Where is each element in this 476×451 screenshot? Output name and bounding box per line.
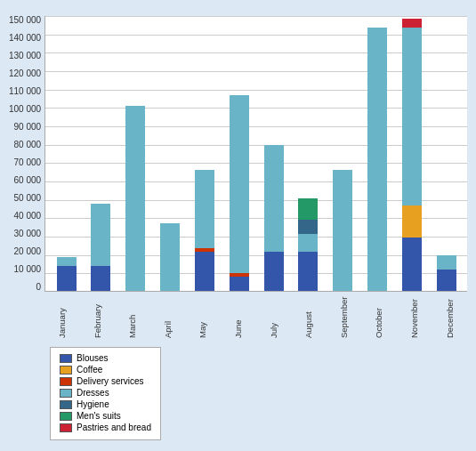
y-axis-label: 40 000 <box>14 212 42 221</box>
bar-group <box>291 16 326 291</box>
y-axis-label: 70 000 <box>14 158 42 167</box>
legend-item: Coffee <box>60 365 151 374</box>
bar-stack <box>437 255 456 291</box>
x-axis-label: January <box>44 294 80 338</box>
bar-group <box>49 16 84 291</box>
x-axis-label: June <box>221 294 256 338</box>
bar-stack <box>160 223 180 291</box>
y-axis-label: 140 000 <box>9 34 41 43</box>
y-axis-label: 80 000 <box>14 141 42 149</box>
y-axis-label: 150 000 <box>9 16 41 25</box>
bar-group <box>84 16 118 291</box>
bar-stack <box>57 257 77 291</box>
bar-segment <box>298 234 318 252</box>
x-axis-label: August <box>291 294 327 338</box>
bar-segment <box>264 145 284 252</box>
y-axis-label: 130 000 <box>9 52 41 60</box>
y-axis-label: 100 000 <box>9 105 41 114</box>
bar-segment <box>230 277 249 291</box>
bar-group <box>429 16 464 291</box>
bar-stack <box>402 19 422 291</box>
bar-segment <box>367 28 387 291</box>
legend-label: Dresses <box>77 388 109 398</box>
bar-segment <box>160 223 180 291</box>
x-axis-label: March <box>115 294 150 338</box>
bar-segment <box>57 257 77 266</box>
y-axis-label: 110 000 <box>9 87 41 96</box>
legend-color-box <box>60 377 72 386</box>
bar-segment <box>402 28 422 205</box>
bar-group <box>394 16 429 291</box>
bar-segment <box>195 170 214 248</box>
legend-label: Coffee <box>77 365 102 374</box>
legend-color-box <box>60 389 72 398</box>
bar-segment <box>298 220 318 234</box>
bars-row <box>45 16 467 291</box>
y-axis-label: 10 000 <box>14 265 42 274</box>
y-axis-label: 120 000 <box>9 69 41 78</box>
bar-group <box>187 16 222 291</box>
legend-color-box <box>60 366 72 374</box>
legend-label: Delivery services <box>77 376 144 386</box>
bar-segment <box>264 252 284 291</box>
bar-group <box>222 16 256 291</box>
bar-stack <box>264 145 284 291</box>
bar-stack <box>230 95 249 291</box>
bar-stack <box>195 170 214 291</box>
x-axis-label: October <box>361 294 397 338</box>
bar-segment <box>437 270 456 291</box>
legend-item: Men's suits <box>60 411 151 421</box>
bar-segment <box>195 252 214 291</box>
x-axis-label: December <box>432 294 468 338</box>
bar-segment <box>125 106 145 291</box>
bar-segment <box>402 238 422 291</box>
bar-segment <box>402 205 422 238</box>
legend-item: Dresses <box>60 388 151 398</box>
legend-label: Hygiene <box>77 399 109 409</box>
x-axis-label: September <box>327 294 362 338</box>
chart-area: 150 000140 000130 000120 000110 000100 0… <box>9 16 467 338</box>
y-axis-label: 60 000 <box>14 176 42 185</box>
bar-stack <box>333 170 352 291</box>
y-axis-label: 0 <box>36 283 42 292</box>
bar-segment <box>298 198 318 220</box>
legend-color-box <box>60 412 72 421</box>
legend-item: Blouses <box>60 353 151 363</box>
x-axis-label: November <box>397 294 432 338</box>
bar-stack <box>298 198 318 291</box>
bar-segment <box>91 204 110 266</box>
bars-grid <box>44 16 467 292</box>
bar-segment <box>298 252 318 291</box>
legend-label: Blouses <box>77 353 109 363</box>
bar-group <box>118 16 153 291</box>
x-axis-label: February <box>80 294 116 338</box>
chart-container: 150 000140 000130 000120 000110 000100 0… <box>0 0 476 451</box>
bar-group <box>360 16 395 291</box>
legend-label: Men's suits <box>77 411 121 421</box>
legend-area: BlousesCoffeeDelivery servicesDressesHyg… <box>50 347 161 440</box>
bar-stack <box>125 106 145 291</box>
legend-label: Pastries and bread <box>77 423 151 432</box>
y-axis-label: 30 000 <box>14 230 42 238</box>
bar-group <box>326 16 360 291</box>
bar-segment <box>333 170 352 291</box>
bars-and-xaxis: JanuaryFebruaryMarchAprilMayJuneJulyAugu… <box>44 16 467 338</box>
y-axis-label: 90 000 <box>14 123 42 132</box>
bar-segment <box>437 255 456 270</box>
legend-color-box <box>60 354 72 363</box>
bar-segment <box>230 95 249 273</box>
y-axis: 150 000140 000130 000120 000110 000100 0… <box>9 16 41 292</box>
y-axis-label: 50 000 <box>14 194 42 203</box>
x-axis-label: April <box>150 294 186 338</box>
bar-stack <box>367 28 387 291</box>
bar-stack <box>91 204 110 291</box>
legend-color-box <box>60 423 72 432</box>
bar-segment <box>57 266 77 291</box>
x-axis-label: May <box>185 294 221 338</box>
legend-item: Delivery services <box>60 376 151 386</box>
bar-segment <box>91 266 110 291</box>
legend-item: Pastries and bread <box>60 423 151 432</box>
bar-group <box>153 16 188 291</box>
bar-group <box>256 16 291 291</box>
x-axis: JanuaryFebruaryMarchAprilMayJuneJulyAugu… <box>44 294 467 338</box>
